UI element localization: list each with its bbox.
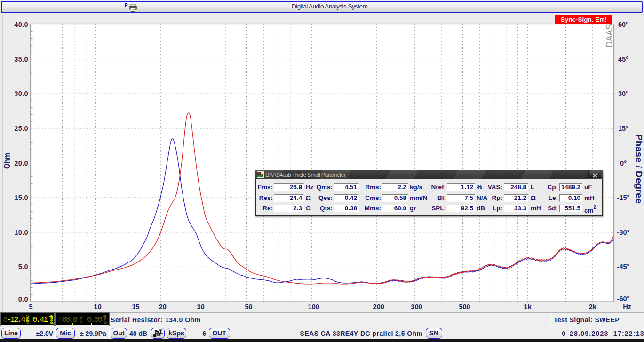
svg-text:Phase / Degree: Phase / Degree: [634, 134, 644, 204]
